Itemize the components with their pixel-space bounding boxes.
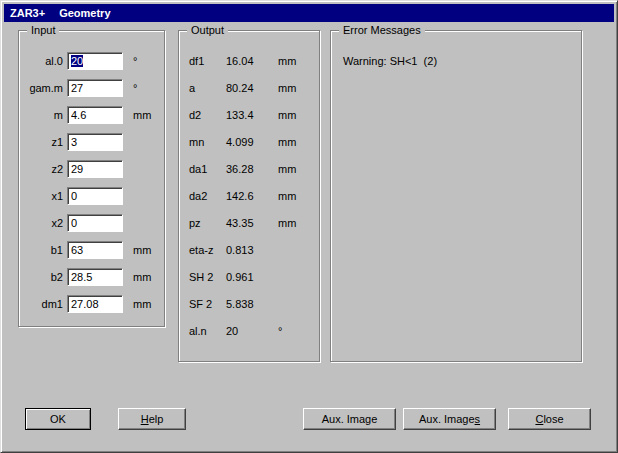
al0-field[interactable]: 20	[67, 52, 123, 70]
output-row: SH 2 0.961	[179, 263, 319, 290]
aux-images-button-label: Aux. Images	[419, 413, 480, 425]
input-unit: mm	[133, 244, 151, 256]
ok-button[interactable]: OK	[25, 408, 91, 430]
output-value: 142.6	[226, 190, 278, 202]
b2-field[interactable]	[67, 268, 123, 286]
input-unit: mm	[133, 271, 151, 283]
input-row: z1	[19, 128, 164, 155]
output-row: mn 4.099 mm	[179, 128, 319, 155]
app-title: ZAR3+	[10, 7, 45, 19]
input-group-title: Input	[27, 24, 59, 37]
output-group: Output df1 16.04 mm a 80.24 mm d2 133.4 …	[178, 30, 320, 362]
window-title: Geometry	[59, 7, 110, 19]
output-unit: mm	[278, 109, 296, 121]
output-name: pz	[189, 217, 226, 229]
output-name: a	[189, 82, 226, 94]
input-row: al.0 20 °	[19, 47, 164, 74]
output-value: 5.838	[226, 298, 278, 310]
output-value: 0.813	[226, 244, 278, 256]
gamm-field[interactable]	[67, 79, 123, 97]
output-group-title: Output	[187, 24, 228, 37]
x1-field[interactable]	[67, 187, 123, 205]
input-row: z2	[19, 155, 164, 182]
output-unit: mm	[278, 82, 296, 94]
al0-selected-text: 20	[71, 55, 83, 67]
input-row: b1 mm	[19, 236, 164, 263]
output-value: 16.04	[226, 55, 278, 67]
warning-text: Warning: SH<1 (2)	[343, 55, 437, 67]
input-label: x2	[23, 217, 63, 229]
output-value: 133.4	[226, 109, 278, 121]
z1-field[interactable]	[67, 133, 123, 151]
help-button[interactable]: Help	[118, 408, 186, 430]
input-label: al.0	[23, 55, 63, 67]
output-row: da1 36.28 mm	[179, 155, 319, 182]
input-label: dm1	[23, 298, 63, 310]
output-row: pz 43.35 mm	[179, 209, 319, 236]
output-rows: df1 16.04 mm a 80.24 mm d2 133.4 mm mn 4…	[179, 31, 319, 344]
input-label: x1	[23, 190, 63, 202]
output-row: a 80.24 mm	[179, 74, 319, 101]
title-bar[interactable]: ZAR3+ Geometry	[4, 4, 614, 22]
b1-field[interactable]	[67, 241, 123, 259]
output-name: SH 2	[189, 271, 226, 283]
output-row: al.n 20 °	[179, 317, 319, 344]
output-unit: mm	[278, 190, 296, 202]
output-row: da2 142.6 mm	[179, 182, 319, 209]
help-button-label: Help	[141, 413, 164, 425]
x2-field[interactable]	[67, 214, 123, 232]
input-label: m	[23, 109, 63, 121]
aux-images-button[interactable]: Aux. Images	[403, 408, 496, 430]
output-row: df1 16.04 mm	[179, 47, 319, 74]
output-name: d2	[189, 109, 226, 121]
aux-image-button-label: Aux. Image	[322, 413, 378, 425]
input-label: b2	[23, 271, 63, 283]
input-row: b2 mm	[19, 263, 164, 290]
m-field[interactable]	[67, 106, 123, 124]
input-row: gam.m °	[19, 74, 164, 101]
output-value: 36.28	[226, 163, 278, 175]
output-row: d2 133.4 mm	[179, 101, 319, 128]
output-value: 43.35	[226, 217, 278, 229]
input-group: Input al.0 20 ° gam.m ° m mm z1	[18, 30, 165, 327]
output-name: eta-z	[189, 244, 226, 256]
input-rows: al.0 20 ° gam.m ° m mm z1	[19, 31, 164, 317]
input-label: z2	[23, 163, 63, 175]
ok-button-label: OK	[50, 413, 66, 425]
output-name: SF 2	[189, 298, 226, 310]
input-row: x1	[19, 182, 164, 209]
error-messages-group: Error Messages Warning: SH<1 (2)	[330, 30, 582, 362]
aux-image-button[interactable]: Aux. Image	[303, 408, 396, 430]
dm1-field[interactable]	[67, 295, 123, 313]
output-unit: mm	[278, 163, 296, 175]
output-value: 20	[226, 325, 278, 337]
input-row: dm1 mm	[19, 290, 164, 317]
output-name: al.n	[189, 325, 226, 337]
input-label: z1	[23, 136, 63, 148]
input-unit: mm	[133, 298, 151, 310]
input-unit: mm	[133, 109, 151, 121]
output-unit: mm	[278, 55, 296, 67]
error-group-title: Error Messages	[339, 24, 425, 37]
output-value: 4.099	[226, 136, 278, 148]
output-name: df1	[189, 55, 226, 67]
output-value: 80.24	[226, 82, 278, 94]
input-unit: °	[133, 82, 137, 94]
close-button-label: Close	[535, 413, 563, 425]
output-row: SF 2 5.838	[179, 290, 319, 317]
output-unit: mm	[278, 217, 296, 229]
input-row: m mm	[19, 101, 164, 128]
z2-field[interactable]	[67, 160, 123, 178]
dialog-window: ZAR3+ Geometry Input al.0 20 ° gam.m ° m…	[0, 0, 618, 453]
output-value: 0.961	[226, 271, 278, 283]
output-unit: °	[278, 325, 282, 337]
output-name: mn	[189, 136, 226, 148]
output-unit: mm	[278, 136, 296, 148]
output-name: da1	[189, 163, 226, 175]
output-row: eta-z 0.813	[179, 236, 319, 263]
output-name: da2	[189, 190, 226, 202]
input-row: x2	[19, 209, 164, 236]
close-button[interactable]: Close	[508, 408, 591, 430]
input-label: gam.m	[23, 82, 63, 94]
input-unit: °	[133, 55, 137, 67]
